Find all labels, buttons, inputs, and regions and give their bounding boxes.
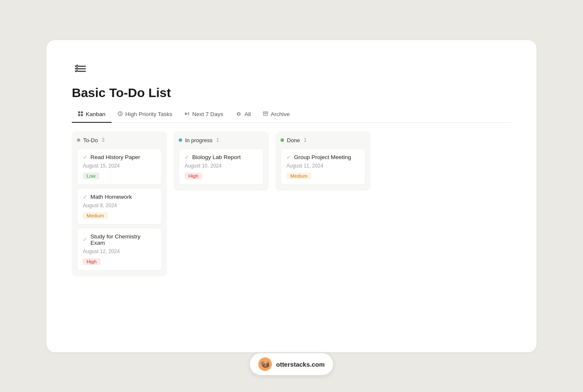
task-card-biology[interactable]: ✓ Biology Lab Report August 10, 2024 Hig… [179, 149, 264, 185]
archive-icon [263, 111, 268, 118]
task-date-2: August 8, 2024 [83, 203, 156, 208]
footer-emoji: 🦦 [260, 360, 270, 369]
svg-rect-5 [78, 114, 80, 116]
todo-count: 3 [102, 137, 105, 143]
column-inprogress: In progress 1 ✓ Biology Lab Report Augus… [174, 131, 269, 191]
tab-archive[interactable]: Archive [257, 108, 296, 123]
column-inprogress-header: In progress 1 [179, 137, 264, 143]
svg-rect-10 [188, 112, 189, 115]
todo-dot [77, 138, 80, 142]
tab-kanban[interactable]: Kanban [72, 108, 112, 123]
priority-badge-3: High [83, 258, 101, 265]
column-todo-header: To-Do 3 [77, 137, 162, 143]
footer-url: otterstacks.com [276, 361, 324, 368]
task-card-read-history[interactable]: ✓ Read History Paper August 15, 2024 Low [77, 149, 162, 185]
inprogress-count: 1 [216, 137, 219, 143]
priority-badge-5: Medium [286, 173, 311, 179]
footer-badge: 🦦 otterstacks.com [250, 353, 333, 375]
svg-rect-4 [81, 111, 83, 114]
column-done: Done 1 ✓ Group Project Meeting August 11… [275, 131, 371, 191]
task-date-3: August 12, 2024 [83, 249, 156, 254]
skip-forward-icon [184, 111, 190, 118]
task-date-1: August 15, 2024 [83, 163, 156, 169]
priority-badge-4: High [185, 173, 202, 179]
task-card-chemistry[interactable]: ✓ Study for Chemistry Exam August 12, 20… [77, 228, 162, 270]
tab-all[interactable]: All [229, 108, 257, 122]
task-title-4: Biology Lab Report [192, 154, 241, 160]
kanban-board: To-Do 3 ✓ Read History Paper August 15, … [72, 131, 511, 276]
task-date-5: August 11, 2024 [286, 163, 360, 169]
column-done-header: Done 1 [281, 137, 365, 143]
tab-all-label: All [245, 111, 251, 117]
inprogress-dot [179, 138, 182, 142]
done-title: Done [287, 137, 300, 143]
tab-high-priority[interactable]: High Priority Tasks [112, 108, 179, 123]
column-todo: To-Do 3 ✓ Read History Paper August 15, … [72, 131, 167, 276]
svg-marker-9 [185, 112, 188, 115]
svg-rect-3 [78, 111, 80, 114]
task-title-3: Study for Chemistry Exam [90, 233, 156, 246]
done-count: 1 [304, 137, 307, 143]
infinity-icon [235, 111, 242, 117]
priority-badge-2: Medium [83, 212, 108, 219]
svg-rect-6 [81, 114, 83, 116]
check-icon-5: ✓ [286, 154, 291, 160]
page-title: Basic To-Do List [72, 86, 511, 100]
page-icon [72, 60, 511, 79]
check-icon-2: ✓ [83, 194, 87, 200]
task-title-5: Group Project Meeting [294, 154, 351, 160]
done-dot [281, 138, 284, 142]
task-date-4: August 10, 2024 [185, 163, 258, 169]
tab-archive-label: Archive [271, 111, 290, 117]
task-title-1: Read History Paper [90, 154, 140, 160]
inprogress-title: In progress [185, 137, 212, 143]
tab-next7[interactable]: Next 7 Days [178, 108, 229, 123]
check-icon-1: ✓ [83, 154, 87, 160]
task-title-2: Math Homework [90, 194, 132, 200]
tab-kanban-label: Kanban [86, 111, 106, 117]
task-card-group-project[interactable]: ✓ Group Project Meeting August 11, 2024 … [281, 149, 365, 185]
flag-icon [117, 111, 123, 118]
tab-next7-label: Next 7 Days [192, 111, 223, 117]
outer-wrapper: Basic To-Do List Kanban High Priority Ta… [0, 0, 583, 392]
priority-badge-1: Low [83, 173, 99, 179]
task-card-math-homework[interactable]: ✓ Math Homework August 8, 2024 Medium [77, 188, 162, 224]
check-icon-4: ✓ [185, 154, 189, 160]
todo-title: To-Do [83, 137, 98, 143]
check-icon-3: ✓ [83, 236, 87, 243]
main-card: Basic To-Do List Kanban High Priority Ta… [46, 40, 537, 352]
tabs-bar: Kanban High Priority Tasks Next 7 Days A… [72, 108, 511, 123]
footer-avatar: 🦦 [258, 357, 272, 371]
tab-high-priority-label: High Priority Tasks [125, 111, 173, 117]
kanban-icon [78, 111, 83, 118]
